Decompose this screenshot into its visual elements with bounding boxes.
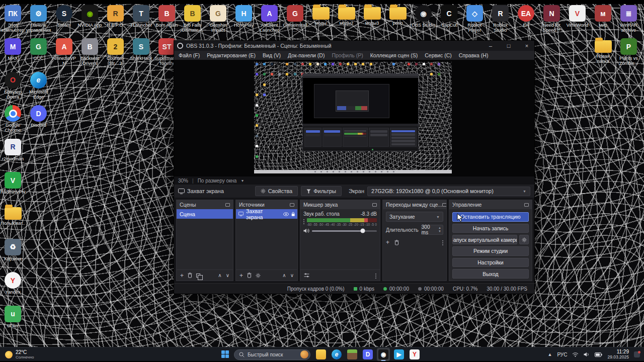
desktop-icon[interactable]: моды — [308, 5, 334, 26]
advanced-audio-icon[interactable] — [304, 273, 309, 278]
desktop-icon[interactable]: ммир — [590, 5, 616, 28]
language-indicator[interactable]: РУС — [557, 352, 567, 357]
desktop-icon[interactable]: Новая папка — [590, 38, 616, 64]
desktop-icon[interactable]: CCapCut — [436, 5, 462, 28]
battery-icon[interactable] — [595, 352, 602, 357]
menubar-item[interactable]: Сервис (C) — [421, 51, 455, 59]
desktop-icon[interactable]: ◇Roblox Player — [462, 5, 488, 33]
desktop-icon[interactable]: Rr2modman — [0, 139, 26, 161]
menubar-item[interactable]: Док-панели (D) — [284, 51, 328, 59]
screen-select[interactable]: 27G2GB: 1920x1080 @ 0,0 (Основной монито… — [367, 187, 530, 196]
scenes-header[interactable]: Сцены — [177, 200, 233, 209]
desktop-icon[interactable]: VVimeWorld — [565, 5, 590, 28]
move-scene-up-button[interactable]: ∧ — [218, 273, 221, 278]
desktop-icon[interactable]: YYandex — [0, 272, 26, 295]
menubar-item[interactable]: Вид (V) — [259, 51, 284, 59]
duration-spinner[interactable]: 300 ms ▲▼ — [421, 225, 443, 235]
desktop-icon[interactable]: AAmneziaVPN — [51, 38, 77, 66]
visibility-eye-icon[interactable] — [283, 212, 289, 216]
desktop-icon[interactable]: ПКЭтот компьютер — [0, 5, 26, 33]
menubar-item[interactable]: Профиль (P) — [328, 51, 366, 59]
desktop-icon[interactable]: RR.E.P.O. — [103, 5, 128, 28]
remove-scene-button[interactable] — [188, 273, 192, 278]
menubar-item[interactable]: Справка (H) — [455, 51, 492, 59]
desktop-icon[interactable]: ♻Корзина — [0, 239, 26, 261]
desktop-icon[interactable]: OБраузер Opera — [0, 72, 26, 100]
menubar-item[interactable]: Редактирование (E) — [203, 51, 259, 59]
desktop-icon[interactable]: GGameInstall... — [282, 5, 308, 33]
source-properties-button[interactable] — [256, 273, 261, 278]
spinner-arrows-icon[interactable]: ▲▼ — [438, 226, 441, 233]
desktop-icon[interactable]: EAEA — [513, 5, 539, 28]
properties-button[interactable]: Свойства — [255, 186, 298, 196]
desktop-icon[interactable]: NNeed for Speed™ Mo... — [539, 5, 565, 33]
desktop-icon[interactable]: моды3 — [359, 5, 385, 26]
desktop-icon[interactable]: 2Counter-Str... 2 — [103, 38, 128, 66]
desktop-icon[interactable]: Google Chrome — [0, 105, 26, 133]
desktop-icon[interactable]: BBro Falls Ultimate ... — [180, 5, 205, 33]
desktop-icon[interactable]: BBackseat Drivers Demo — [77, 38, 103, 66]
menubar-item[interactable]: Коллекция сцен (S) — [367, 51, 422, 59]
desktop-icon[interactable]: ◉OBS Studio — [411, 5, 436, 28]
desktop-icon[interactable]: AAxClient Launcher — [257, 5, 282, 33]
obs-titlebar[interactable]: OBS 31.0.3 - Профили: Безымянный - Сцены… — [174, 41, 534, 51]
menubar-item[interactable]: Файл (F) — [175, 51, 203, 59]
desktop-icon[interactable]: eMicrosoft Edge — [26, 72, 51, 100]
fit-mode-dropdown[interactable]: По размеру окна — [198, 178, 237, 184]
desktop-icon[interactable]: SSharkHack — [128, 38, 154, 61]
start-button[interactable] — [221, 350, 230, 359]
taskbar-app-obs[interactable]: ◉ — [377, 348, 390, 361]
start-recording-button[interactable]: Начать запись — [452, 224, 529, 233]
lock-icon[interactable] — [291, 212, 295, 217]
taskbar-app-telegram[interactable]: ▶ — [392, 348, 406, 361]
taskbar-app-minecraft[interactable] — [346, 348, 359, 361]
desktop-icon[interactable]: uuFiler — [0, 306, 26, 328]
desktop-icon[interactable]: DDiscord — [26, 105, 51, 128]
move-source-down-button[interactable]: ∨ — [290, 273, 294, 278]
desktop-icon[interactable]: PPlants vs Zombie... — [616, 38, 641, 66]
wifi-icon[interactable] — [572, 352, 579, 357]
add-scene-button[interactable]: + — [180, 272, 184, 279]
minimize-button[interactable]: – — [483, 41, 498, 51]
move-scene-down-button[interactable]: ∨ — [226, 273, 229, 278]
add-transition-button[interactable]: + — [386, 239, 389, 246]
source-item[interactable]: Захват экрана — [236, 209, 297, 219]
desktop-icon[interactable]: RRoblox Studio — [488, 5, 513, 33]
desktop-icon[interactable]: BBorn Again — [154, 5, 180, 28]
move-source-up-button[interactable]: ∧ — [282, 273, 286, 278]
desktop-icon[interactable]: GGenshin Impact — [205, 5, 231, 33]
studio-mode-button[interactable]: Режим студии — [452, 246, 529, 256]
desktop-icon[interactable]: HHoYoPlay — [231, 5, 257, 28]
taskbar-app-edge[interactable]: e — [330, 348, 343, 361]
desktop-icon[interactable]: Пользоват... — [0, 205, 26, 231]
add-source-button[interactable]: + — [239, 272, 243, 279]
sources-header[interactable]: Источники — [236, 200, 297, 209]
settings-button[interactable]: Настройки — [452, 258, 529, 267]
volume-slider[interactable] — [312, 230, 377, 232]
transitions-header[interactable]: Переходы между сце... — [383, 200, 446, 209]
transition-select[interactable]: Затухание ▼ — [386, 212, 443, 222]
duplicate-scene-button[interactable] — [196, 274, 200, 278]
desktop-icon[interactable]: peno — [385, 5, 411, 26]
remove-source-button[interactable] — [247, 273, 252, 278]
mixer-options-dots-icon[interactable] — [303, 219, 304, 220]
desktop-icon[interactable]: SSteam — [51, 5, 77, 28]
mixer-header[interactable]: Микшер звука — [300, 200, 380, 209]
notification-bell-icon[interactable] — [634, 351, 640, 357]
desktop-icon[interactable]: VRadminVPN — [0, 172, 26, 195]
exit-button[interactable]: Выход — [452, 269, 529, 279]
desktop-icon[interactable]: TTLauncher — [128, 5, 154, 28]
virtual-camera-config-button[interactable] — [519, 235, 529, 244]
maximize-button[interactable]: □ — [501, 41, 516, 51]
taskbar-app-explorer[interactable] — [314, 348, 328, 361]
taskbar-search[interactable]: Быстрый поиск — [234, 349, 310, 360]
weather-widget[interactable]: 22°C Солнечно — [5, 347, 34, 361]
scene-item[interactable]: Сцена — [177, 209, 233, 219]
tray-overflow-chevron-icon[interactable]: ▲ — [548, 352, 552, 357]
mixer-menu-dots-icon[interactable] — [375, 274, 376, 275]
desktop-icon[interactable]: моды2 — [334, 5, 359, 26]
stop-streaming-button[interactable]: Остановить трансляцию — [452, 212, 529, 222]
speaker-icon[interactable] — [303, 228, 309, 233]
volume-icon[interactable] — [584, 352, 590, 357]
desktop-icon[interactable]: MMAX — [0, 38, 26, 61]
